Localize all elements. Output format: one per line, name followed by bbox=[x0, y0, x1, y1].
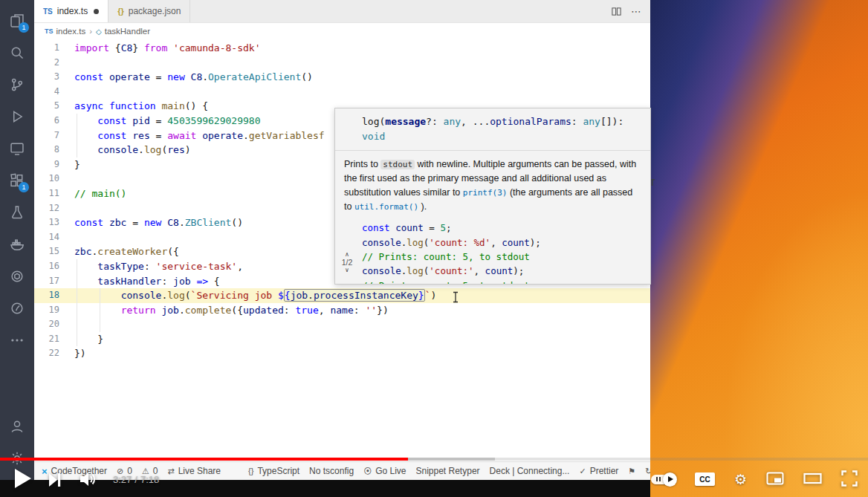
remote-explorer-icon[interactable] bbox=[0, 132, 34, 164]
text-cursor-icon bbox=[452, 291, 459, 303]
typescript-file-icon: TS bbox=[43, 7, 53, 16]
prettier-status[interactable]: ✓Prettier bbox=[579, 466, 618, 476]
line-number: 7 bbox=[34, 129, 67, 143]
activity-bar-top: 11 bbox=[0, 4, 34, 356]
indent-guide bbox=[77, 332, 77, 347]
code-line-19[interactable]: 19 return job.complete({updated: true, n… bbox=[34, 303, 650, 318]
status-label: Deck | Connecting... bbox=[490, 466, 570, 476]
modified-dot[interactable] bbox=[94, 9, 99, 14]
line-number: 11 bbox=[34, 186, 67, 201]
sync-status[interactable]: ↻ bbox=[645, 467, 650, 476]
status-label: Live Share bbox=[178, 466, 221, 476]
play-icon bbox=[15, 469, 31, 488]
liveshare-icon: ⇄ bbox=[167, 467, 174, 476]
code-line-20[interactable]: 20 bbox=[34, 317, 650, 332]
captions-button[interactable]: CC bbox=[695, 472, 715, 486]
language-mode[interactable]: {}TypeScript bbox=[248, 466, 299, 476]
status-label: No tsconfig bbox=[309, 466, 354, 476]
symbol-icon: ◇ bbox=[96, 27, 102, 36]
live-share-status[interactable]: ⇄Live Share bbox=[167, 466, 221, 476]
youtube-player: T 11 TSindex.ts{}package.json ⋯ TSindex.… bbox=[0, 0, 868, 497]
compass-icon[interactable] bbox=[0, 292, 34, 324]
time-separator: / bbox=[135, 474, 137, 485]
typescript-file-icon: TS bbox=[45, 27, 54, 35]
code-line-22[interactable]: 22}) bbox=[34, 346, 650, 361]
autoplay-toggle[interactable] bbox=[651, 475, 676, 484]
tab-package.json[interactable]: {}package.json bbox=[108, 0, 190, 22]
line-number: 21 bbox=[34, 332, 67, 347]
deck-status[interactable]: Deck | Connecting... bbox=[490, 466, 570, 476]
source-control-icon[interactable] bbox=[0, 68, 34, 100]
code-line-18[interactable]: 18 console.log(`Servicing job ${job.proc… bbox=[34, 288, 650, 303]
theater-mode-button[interactable] bbox=[803, 472, 822, 487]
line-number: 10 bbox=[34, 172, 67, 186]
line-number: 19 bbox=[34, 303, 67, 318]
split-editor-icon[interactable] bbox=[611, 6, 622, 17]
code-line-3[interactable]: 3const operate = new C8.OperateApiClient… bbox=[34, 70, 650, 85]
tsconfig-status[interactable]: No tsconfig bbox=[309, 466, 354, 476]
breadcrumb-item[interactable]: TSindex.ts bbox=[45, 27, 85, 36]
line-number: 1 bbox=[34, 41, 67, 56]
hover-signature: log(message?: any, ...optionalParams: an… bbox=[335, 108, 650, 151]
indent-guide bbox=[77, 114, 77, 129]
volume-button[interactable] bbox=[80, 472, 98, 488]
indent-guide bbox=[100, 288, 100, 303]
code-line-4[interactable]: 4 bbox=[34, 85, 650, 100]
search-icon[interactable] bbox=[0, 36, 34, 68]
breadcrumb: TSindex.ts›◇taskHandler bbox=[34, 23, 650, 39]
activity-bar: 11 bbox=[0, 0, 34, 480]
fullscreen-button[interactable] bbox=[841, 470, 858, 489]
pager-down-icon[interactable]: ∨ bbox=[345, 267, 349, 273]
line-number: 3 bbox=[34, 70, 67, 85]
status-label: Go Live bbox=[375, 466, 406, 476]
snippet-retyper-status[interactable]: Snippet Retyper bbox=[416, 466, 480, 476]
signature-pager[interactable]: ∧ 1/2 ∨ bbox=[337, 251, 357, 273]
more-icon[interactable] bbox=[0, 324, 34, 356]
autoplay-pause-icon bbox=[656, 477, 658, 481]
indent-guide bbox=[77, 143, 77, 157]
indent-guide bbox=[100, 303, 100, 318]
autoplay-knob bbox=[663, 472, 677, 487]
run-debug-icon[interactable] bbox=[0, 100, 34, 132]
status-label: Snippet Retyper bbox=[416, 466, 480, 476]
play-button[interactable] bbox=[15, 469, 31, 490]
line-number: 16 bbox=[34, 259, 67, 274]
code-line-2[interactable]: 2 bbox=[34, 56, 650, 71]
openai-icon[interactable] bbox=[0, 260, 34, 292]
code-line-21[interactable]: 21 } bbox=[34, 332, 650, 347]
video-progress-bar[interactable] bbox=[0, 458, 868, 461]
indent-guide bbox=[77, 274, 77, 289]
braces-icon: {} bbox=[248, 467, 253, 475]
activity-badge: 1 bbox=[19, 182, 29, 192]
tab-index.ts[interactable]: TSindex.ts bbox=[34, 0, 108, 22]
settings-button[interactable]: ⚙ bbox=[734, 472, 747, 487]
pager-up-icon[interactable]: ∧ bbox=[345, 251, 349, 258]
volume-icon bbox=[80, 472, 98, 486]
line-number: 6 bbox=[34, 114, 67, 129]
line-number: 5 bbox=[34, 99, 67, 114]
next-icon bbox=[49, 473, 61, 487]
test-beaker-icon[interactable] bbox=[0, 196, 34, 228]
files-icon[interactable]: 1 bbox=[0, 4, 34, 36]
docker-icon[interactable] bbox=[0, 228, 34, 260]
account-icon[interactable] bbox=[0, 410, 34, 442]
line-number: 17 bbox=[34, 274, 67, 289]
next-button[interactable] bbox=[49, 473, 61, 489]
line-number: 22 bbox=[34, 346, 67, 361]
hover-description: Prints to stdout with newline. Multiple … bbox=[335, 151, 650, 216]
flag-status[interactable]: ⚑ bbox=[628, 467, 635, 476]
status-label: TypeScript bbox=[257, 466, 299, 476]
go-live-status[interactable]: ⦿Go Live bbox=[363, 466, 406, 476]
indent-guide bbox=[77, 288, 77, 303]
line-number: 8 bbox=[34, 143, 67, 157]
activity-badge: 1 bbox=[19, 22, 29, 33]
line-number: 12 bbox=[34, 201, 67, 216]
more-actions-icon[interactable]: ⋯ bbox=[631, 5, 641, 17]
extensions-icon[interactable]: 1 bbox=[0, 164, 34, 196]
line-number: 20 bbox=[34, 317, 67, 332]
tab-label: index.ts bbox=[57, 6, 88, 16]
code-line-1[interactable]: 1import {C8} from 'camunda-8-sdk' bbox=[34, 41, 650, 56]
example-code-line: console.log('count: %d', count); bbox=[362, 235, 643, 250]
breadcrumb-item[interactable]: ◇taskHandler bbox=[96, 27, 150, 36]
miniplayer-button[interactable] bbox=[766, 472, 784, 487]
